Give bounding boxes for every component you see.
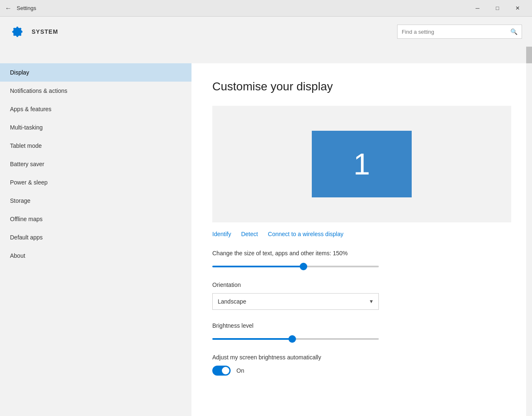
sidebar-item-multitasking-label: Multi-tasking — [10, 124, 43, 131]
auto-brightness-toggle[interactable] — [212, 366, 231, 376]
search-icon: 🔍 — [510, 28, 517, 35]
orientation-select[interactable]: Landscape Portrait Landscape (flipped) P… — [212, 293, 379, 310]
close-button[interactable]: ✕ — [508, 2, 527, 15]
page-title: Customise your display — [212, 80, 511, 93]
auto-brightness-section: Adjust my screen brightness automaticall… — [212, 354, 511, 376]
title-bar: ← Settings ─ □ ✕ — [0, 0, 532, 17]
window-controls: ─ □ ✕ — [468, 2, 527, 15]
display-links: Identify Detect Connect to a wireless di… — [212, 231, 511, 237]
display-preview: 1 — [212, 106, 511, 222]
auto-brightness-label: Adjust my screen brightness automaticall… — [212, 354, 511, 361]
detect-link[interactable]: Detect — [241, 231, 258, 237]
auto-brightness-state: On — [236, 367, 244, 374]
sidebar-item-about[interactable]: About — [0, 247, 191, 265]
sidebar: Display Notifications & actions Apps & f… — [0, 17, 191, 416]
window-title: Settings — [17, 5, 36, 11]
sidebar-item-tablet-label: Tablet mode — [10, 142, 42, 149]
auto-brightness-toggle-row: On — [212, 366, 511, 376]
monitor-number: 1 — [353, 147, 370, 181]
identify-link[interactable]: Identify — [212, 231, 231, 237]
app-header: SYSTEM 🔍 — [0, 17, 532, 47]
orientation-label: Orientation — [212, 281, 511, 288]
search-input[interactable] — [402, 29, 510, 35]
app-body: SYSTEM 🔍 Display Notifications & actions… — [0, 17, 532, 416]
sidebar-item-offline[interactable]: Offline maps — [0, 210, 191, 228]
sidebar-item-storage[interactable]: Storage — [0, 192, 191, 210]
sidebar-item-battery-label: Battery saver — [10, 161, 44, 167]
text-size-label: Change the size of text, apps and other … — [212, 250, 511, 257]
sidebar-item-notifications[interactable]: Notifications & actions — [0, 82, 191, 100]
sidebar-item-battery[interactable]: Battery saver — [0, 155, 191, 173]
monitor-box: 1 — [312, 131, 412, 197]
header-system-label: SYSTEM — [32, 28, 58, 35]
sidebar-item-display-label: Display — [10, 69, 29, 76]
text-size-container: Change the size of text, apps and other … — [212, 250, 511, 269]
back-icon: ← — [5, 5, 12, 12]
orientation-dropdown-wrapper: Landscape Portrait Landscape (flipped) P… — [212, 293, 379, 310]
orientation-container: Orientation Landscape Portrait Landscape… — [212, 281, 511, 310]
sidebar-item-notifications-label: Notifications & actions — [10, 87, 67, 94]
sidebar-item-multitasking[interactable]: Multi-tasking — [0, 118, 191, 137]
back-button[interactable]: ← — [5, 5, 12, 12]
sidebar-item-power[interactable]: Power & sleep — [0, 173, 191, 192]
sidebar-item-offline-label: Offline maps — [10, 216, 42, 222]
sidebar-item-apps-label: Apps & features — [10, 106, 52, 112]
sidebar-item-about-label: About — [10, 252, 25, 259]
connect-wireless-link[interactable]: Connect to a wireless display — [268, 231, 343, 237]
sidebar-item-tablet[interactable]: Tablet mode — [0, 137, 191, 155]
sidebar-item-default[interactable]: Default apps — [0, 228, 191, 247]
sidebar-item-display[interactable]: Display — [0, 63, 191, 82]
brightness-slider[interactable] — [212, 338, 379, 340]
sidebar-item-storage-label: Storage — [10, 197, 30, 204]
search-box[interactable]: 🔍 — [397, 25, 522, 39]
sidebar-item-default-label: Default apps — [10, 234, 43, 241]
text-size-slider[interactable] — [212, 266, 379, 267]
maximize-button[interactable]: □ — [488, 2, 507, 15]
brightness-label: Brightness level — [212, 322, 511, 329]
sidebar-item-power-label: Power & sleep — [10, 179, 47, 186]
content-area: Customise your display 1 Identify Detect… — [191, 63, 532, 416]
minimize-button[interactable]: ─ — [468, 2, 487, 15]
system-gear-icon — [10, 24, 25, 39]
sidebar-item-apps[interactable]: Apps & features — [0, 100, 191, 118]
brightness-container: Brightness level — [212, 322, 511, 341]
scrollbar-thumb[interactable] — [526, 47, 532, 63]
scrollbar-track[interactable] — [526, 47, 532, 416]
toggle-knob — [222, 367, 229, 374]
